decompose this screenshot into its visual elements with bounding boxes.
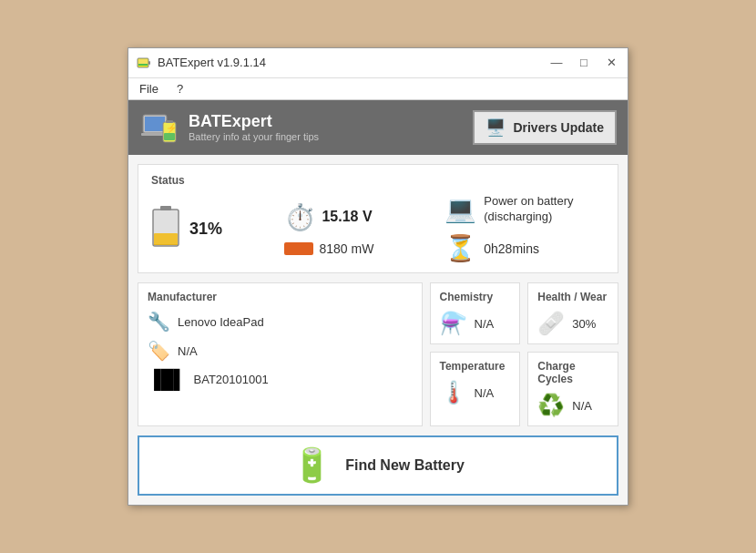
close-button[interactable]: ✕ <box>602 54 620 72</box>
tag-icon: 🏷️ <box>148 340 170 362</box>
manufacturer-extra-row: 🏷️ N/A <box>148 340 413 362</box>
voltage-power-col: ⏱️ 15.18 V 8180 mW <box>284 202 444 256</box>
speedometer-icon: ⏱️ <box>284 202 316 232</box>
power-bar-icon <box>284 242 313 255</box>
temperature-label: Temperature <box>440 360 511 373</box>
status-section: Status 31% <box>138 164 618 274</box>
drivers-icon: 🖥️ <box>485 118 506 138</box>
battery-status-item: 31% <box>151 204 284 253</box>
svg-rect-13 <box>154 233 178 245</box>
manufacturer-name-row: 🔧 Lenovo IdeaPad <box>148 311 413 333</box>
app-icon <box>136 55 152 71</box>
serial-number: BAT20101001 <box>194 373 269 386</box>
svg-rect-5 <box>145 117 165 131</box>
find-battery-icon: 🔋 <box>291 446 332 485</box>
chemistry-label: Chemistry <box>440 291 511 303</box>
maximize-button[interactable]: □ <box>575 54 593 72</box>
power-value: 8180 mW <box>319 241 373 256</box>
right-panels: Chemistry ⚗️ N/A Health / Wear 🩹 30% <box>430 282 619 426</box>
svg-rect-9 <box>164 133 175 140</box>
serial-row: ▐█▌ BAT20101001 <box>148 369 413 390</box>
charge-cycles-panel: Charge Cycles ♻️ N/A <box>527 352 618 426</box>
laptop-icon: 💻 <box>444 194 476 224</box>
menu-bar: File ? <box>128 78 628 100</box>
power-source-sub: (discharging) <box>484 210 573 225</box>
status-label: Status <box>151 174 605 187</box>
recycle-icon: ♻️ <box>537 393 565 418</box>
svg-rect-12 <box>160 206 171 210</box>
minimize-button[interactable]: — <box>547 54 566 72</box>
main-window: BATExpert v1.9.1.14 — □ ✕ File ? ⚡ <box>128 47 628 507</box>
title-bar: BATExpert v1.9.1.14 — □ ✕ <box>128 48 628 78</box>
svg-rect-1 <box>148 61 150 65</box>
app-subtitle: Battery info at your finger tips <box>189 131 319 142</box>
menu-help[interactable]: ? <box>173 80 187 97</box>
manufacturer-label: Manufacturer <box>148 291 413 303</box>
header-bar: ⚡ BATExpert Battery info at your finger … <box>128 100 628 155</box>
time-remaining: 0h28mins <box>484 241 539 256</box>
power-time-col: 💻 Power on battery (discharging) ⏳ 0h28m… <box>444 194 605 264</box>
app-name: BATExpert <box>189 112 319 131</box>
temperature-panel: Temperature 🌡️ N/A <box>430 352 521 426</box>
header-logo-icon: ⚡ <box>139 108 179 148</box>
menu-file[interactable]: File <box>136 80 162 97</box>
manufacturer-name: Lenovo IdeaPad <box>178 315 264 329</box>
medkit-icon: 🩹 <box>537 311 565 336</box>
svg-rect-3 <box>138 64 148 66</box>
drivers-update-label: Drivers Update <box>513 120 604 135</box>
chemistry-panel: Chemistry ⚗️ N/A <box>430 282 521 344</box>
temp-cycles-row: Temperature 🌡️ N/A Charge Cycles ♻️ N/A <box>430 352 619 426</box>
find-battery-label: Find New Battery <box>345 457 465 474</box>
health-wear-value: 30% <box>572 317 596 331</box>
temperature-value: N/A <box>475 386 495 400</box>
flask-icon: ⚗️ <box>440 311 467 336</box>
hourglass-icon: ⏳ <box>444 233 476 263</box>
battery-percent: 31% <box>189 220 222 239</box>
charge-cycles-label: Charge Cycles <box>537 360 608 385</box>
health-wear-panel: Health / Wear 🩹 30% <box>527 282 618 344</box>
charge-cycles-value: N/A <box>572 399 592 413</box>
power-source-label: Power on battery <box>484 194 573 210</box>
health-wear-label: Health / Wear <box>537 291 608 303</box>
svg-text:⚡: ⚡ <box>166 122 178 134</box>
manufacturer-extra: N/A <box>178 344 198 358</box>
info-grid: Manufacturer 🔧 Lenovo IdeaPad 🏷️ N/A ▐█▌… <box>138 282 618 426</box>
battery-icon <box>151 204 182 253</box>
content-area: Status 31% <box>128 155 628 506</box>
thermometer-icon: 🌡️ <box>440 380 467 405</box>
drivers-update-button[interactable]: 🖥️ Drivers Update <box>473 110 617 145</box>
find-battery-button[interactable]: 🔋 Find New Battery <box>138 435 618 496</box>
window-title: BATExpert v1.9.1.14 <box>158 56 266 69</box>
chemistry-value: N/A <box>475 317 495 331</box>
wrench-icon: 🔧 <box>148 311 170 333</box>
manufacturer-panel: Manufacturer 🔧 Lenovo IdeaPad 🏷️ N/A ▐█▌… <box>138 282 423 426</box>
voltage-value: 15.18 V <box>322 209 372 225</box>
barcode-icon: ▐█▌ <box>148 369 187 390</box>
svg-rect-14 <box>154 244 178 245</box>
chemistry-health-row: Chemistry ⚗️ N/A Health / Wear 🩹 30% <box>430 282 619 344</box>
